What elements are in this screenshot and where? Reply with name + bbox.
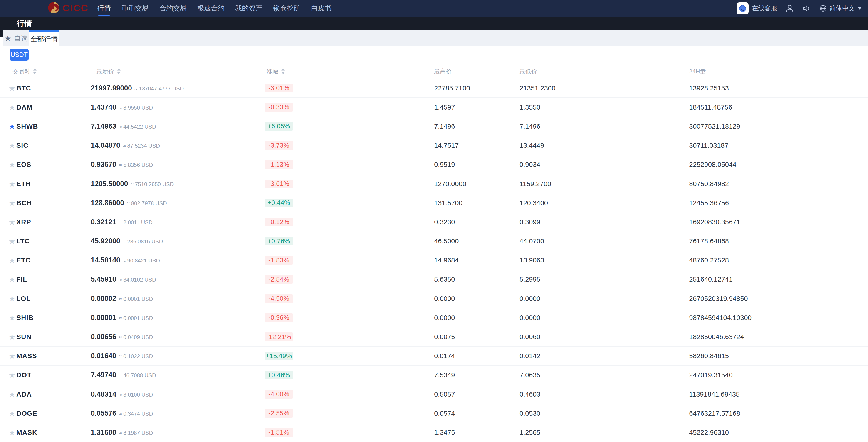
table-row[interactable]: ★ETH1205.50000≈ 7510.2650 USD-3.61%1270.… — [0, 174, 868, 194]
change-badge: -12.21% — [265, 332, 293, 341]
column-header-2[interactable]: 最新价 — [96, 67, 121, 75]
favorite-star-icon[interactable]: ★ — [8, 371, 17, 380]
volume-24h: 30077521.18129 — [689, 122, 740, 130]
price-approx-usd: ≈ 802.7978 USD — [127, 200, 167, 207]
column-header-3[interactable]: 涨幅 — [267, 67, 285, 75]
favorite-star-icon[interactable]: ★ — [8, 332, 17, 341]
low-price: 0.3099 — [520, 218, 540, 226]
brand-logo[interactable]: CICC — [48, 2, 89, 14]
column-label: 交易对 — [12, 67, 30, 75]
table-row[interactable]: ★ETC14.58140≈ 90.8421 USD-1.83%14.968413… — [0, 251, 868, 270]
favorite-star-icon[interactable]: ★ — [8, 198, 17, 207]
high-price: 22785.7100 — [434, 84, 470, 92]
sort-arrows-icon[interactable] — [117, 68, 121, 74]
price-value: 0.32121 — [91, 218, 116, 226]
table-row[interactable]: ★BTC21997.99000≈ 137047.4777 USD-3.01%22… — [0, 79, 868, 98]
sort-arrows-icon[interactable] — [33, 68, 36, 74]
volume-24h: 48760.27528 — [689, 256, 729, 264]
volume-24h: 13928.25153 — [689, 84, 729, 92]
low-price: 7.0635 — [520, 371, 540, 379]
table-row[interactable]: ★MASS0.01640≈ 0.1022 USD+15.49%0.01740.0… — [0, 347, 868, 366]
favorite-star-icon[interactable]: ★ — [8, 409, 17, 418]
favorite-star-icon[interactable]: ★ — [8, 122, 17, 131]
star-icon: ★ — [4, 34, 11, 43]
table-row[interactable]: ★MASK1.31600≈ 8.1987 USD-1.51%1.34751.25… — [0, 423, 868, 442]
tab-all-markets[interactable]: 全部行情 — [29, 30, 59, 47]
favorite-star-icon[interactable]: ★ — [8, 160, 17, 169]
menu-item-1[interactable]: 行情 — [97, 0, 111, 17]
low-price: 120.3400 — [520, 199, 548, 207]
high-price: 46.5000 — [434, 237, 459, 245]
low-price: 0.0142 — [520, 352, 540, 360]
table-row[interactable]: ★DAM1.43740≈ 8.9550 USD-0.33%1.45971.355… — [0, 98, 868, 117]
volume-24h: 11391841.69435 — [689, 390, 740, 398]
column-header-1[interactable]: 交易对 — [12, 67, 36, 75]
symbol-label: BTC — [17, 84, 31, 92]
language-selector[interactable]: 简体中文 — [819, 4, 862, 13]
header-notch — [0, 30, 3, 37]
favorite-star-icon[interactable]: ★ — [8, 179, 17, 188]
price-value: 1.43740 — [91, 103, 116, 111]
price-approx-usd: ≈ 286.0816 USD — [123, 238, 163, 245]
column-label: 最低价 — [520, 67, 537, 75]
sort-arrows-icon[interactable] — [281, 68, 285, 74]
symbol-label: DAM — [17, 104, 32, 111]
table-row[interactable]: ★LTC45.92000≈ 286.0816 USD+0.76%46.50004… — [0, 232, 868, 251]
high-price: 0.0574 — [434, 410, 455, 417]
low-price: 0.0530 — [520, 410, 540, 417]
customer-service-icon — [737, 2, 749, 14]
price-approx-usd: ≈ 46.7088 USD — [119, 372, 156, 379]
menu-item-2[interactable]: 币币交易 — [121, 0, 149, 17]
symbol-label: BCH — [17, 199, 32, 207]
table-row[interactable]: ★DOT7.49740≈ 46.7088 USD+0.46%7.53497.06… — [0, 366, 868, 385]
customer-service-button[interactable]: 在线客服 — [737, 2, 777, 14]
favorite-star-icon[interactable]: ★ — [8, 294, 17, 303]
favorite-star-icon[interactable]: ★ — [8, 217, 17, 226]
change-badge: -3.73% — [265, 141, 293, 150]
menu-item-4[interactable]: 极速合约 — [197, 0, 224, 17]
table-row[interactable]: ★ADA0.48314≈ 3.0100 USD-4.00%0.50570.460… — [0, 385, 868, 404]
price-approx-usd: ≈ 0.0001 USD — [119, 296, 153, 302]
change-badge: +0.44% — [265, 199, 293, 207]
favorite-star-icon[interactable]: ★ — [8, 352, 17, 360]
change-badge: -4.00% — [265, 390, 293, 399]
favorite-star-icon[interactable]: ★ — [8, 141, 17, 150]
latest-price: 1.43740≈ 8.9550 USD — [91, 103, 153, 111]
table-row[interactable]: ★SHIB0.00001≈ 0.0001 USD-0.96%0.00000.00… — [0, 308, 868, 327]
table-row[interactable]: ★BCH128.86000≈ 802.7978 USD+0.44%131.570… — [0, 194, 868, 212]
favorite-star-icon[interactable]: ★ — [8, 275, 17, 284]
price-value: 45.92000 — [91, 237, 120, 245]
table-row[interactable]: ★SUN0.00656≈ 0.0409 USD-12.21%0.00750.00… — [0, 327, 868, 346]
symbol-label: ETH — [17, 180, 31, 188]
favorite-star-icon[interactable]: ★ — [8, 84, 17, 92]
tab-all-markets-label: 全部行情 — [30, 34, 58, 44]
favorite-star-icon[interactable]: ★ — [8, 390, 17, 399]
table-row[interactable]: ★SHWB7.14963≈ 44.5422 USD+6.05%7.14967.1… — [0, 117, 868, 136]
favorite-star-icon[interactable]: ★ — [8, 313, 17, 322]
table-row[interactable]: ★FIL5.45910≈ 34.0102 USD-2.54%5.63505.29… — [0, 270, 868, 289]
favorite-star-icon[interactable]: ★ — [8, 256, 17, 265]
table-row[interactable]: ★EOS0.93670≈ 5.8356 USD-1.13%0.95190.903… — [0, 155, 868, 174]
menu-item-3[interactable]: 合约交易 — [159, 0, 187, 17]
user-icon[interactable] — [785, 4, 794, 13]
menu-item-6[interactable]: 锁仓挖矿 — [273, 0, 300, 17]
favorite-star-icon[interactable]: ★ — [8, 428, 17, 437]
change-badge: -0.12% — [265, 218, 293, 226]
latest-price: 0.00002≈ 0.0001 USD — [91, 295, 153, 303]
change-badge: +0.76% — [265, 237, 293, 245]
low-price: 1.3550 — [520, 104, 540, 111]
favorite-star-icon[interactable]: ★ — [8, 103, 17, 112]
table-row[interactable]: ★SIC14.04870≈ 87.5234 USD-3.73%14.751713… — [0, 136, 868, 155]
tab-favorites[interactable]: ★ 自选 — [3, 30, 29, 47]
table-row[interactable]: ★XRP0.32121≈ 2.0011 USD-0.12%0.32300.309… — [0, 212, 868, 232]
favorite-star-icon[interactable]: ★ — [8, 237, 17, 246]
table-row[interactable]: ★DOGE0.05576≈ 0.3474 USD-2.55%0.05740.05… — [0, 404, 868, 423]
table-row[interactable]: ★LOL0.00002≈ 0.0001 USD-4.50%0.00000.000… — [0, 289, 868, 308]
price-value: 0.00001 — [91, 314, 116, 322]
menu-item-7[interactable]: 白皮书 — [311, 0, 332, 17]
menu-item-5[interactable]: 我的资产 — [235, 0, 262, 17]
announcement-speaker-icon[interactable] — [802, 4, 811, 13]
symbol-label: MASK — [17, 429, 37, 436]
usdt-filter-button[interactable]: USDT — [9, 49, 29, 61]
price-approx-usd: ≈ 0.0001 USD — [119, 315, 153, 321]
